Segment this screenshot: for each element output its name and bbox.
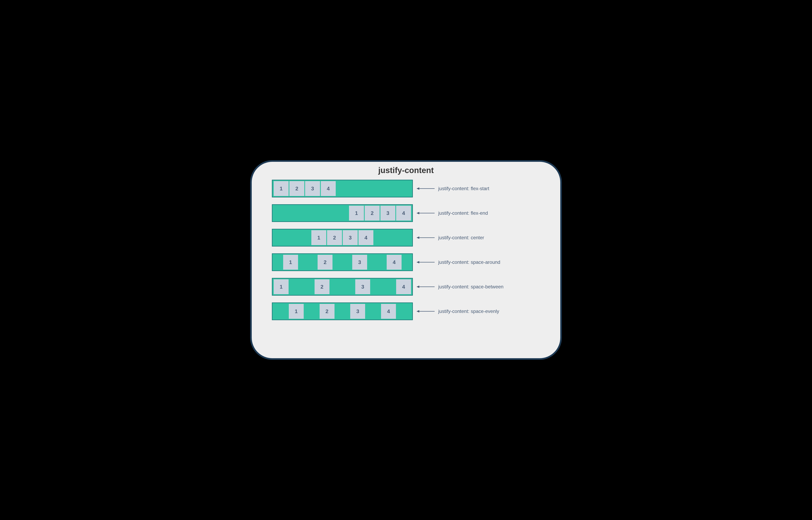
flex-item: 3 xyxy=(350,304,365,319)
flex-item: 3 xyxy=(305,181,320,196)
flex-item: 1 xyxy=(289,304,304,319)
example-row-flex-start: 1 2 3 4 justify-content: flex-start xyxy=(272,180,540,198)
flex-item: 4 xyxy=(396,279,411,294)
svg-marker-7 xyxy=(416,261,419,263)
example-row-space-around: 1 2 3 4 justify-content: space-around xyxy=(272,253,540,271)
example-row-space-between: 1 2 3 4 justify-content: space-between xyxy=(272,278,540,295)
svg-marker-11 xyxy=(416,310,419,313)
svg-marker-3 xyxy=(416,212,419,214)
flex-container-center: 1 2 3 4 xyxy=(272,229,413,246)
flex-item: 2 xyxy=(315,279,329,294)
flex-item: 4 xyxy=(321,181,336,196)
arrow-left-icon xyxy=(416,309,435,313)
flex-container-space-between: 1 2 3 4 xyxy=(272,278,413,295)
flex-item: 2 xyxy=(320,304,335,319)
flex-container-flex-end: 1 2 3 4 xyxy=(272,204,413,222)
arrow-left-icon xyxy=(416,285,435,289)
flex-container-flex-start: 1 2 3 4 xyxy=(272,180,413,198)
example-label: justify-content: flex-start xyxy=(438,186,489,191)
example-row-center: 1 2 3 4 justify-content: center xyxy=(272,229,540,246)
svg-marker-1 xyxy=(416,187,419,190)
example-label: justify-content: space-evenly xyxy=(438,309,499,314)
flex-item: 1 xyxy=(283,255,298,270)
svg-marker-5 xyxy=(416,236,419,239)
example-label: justify-content: center xyxy=(438,235,484,240)
diagram-panel: justify-content 1 2 3 4 justify-content:… xyxy=(252,162,560,358)
flex-item: 4 xyxy=(359,230,373,245)
arrow-left-icon xyxy=(416,186,435,190)
flex-item: 1 xyxy=(349,206,364,220)
flex-container-space-evenly: 1 2 3 4 xyxy=(272,303,413,320)
page-title: justify-content xyxy=(272,166,540,175)
flex-container-space-around: 1 2 3 4 xyxy=(272,253,413,271)
example-label: justify-content: space-around xyxy=(438,259,500,265)
flex-item: 3 xyxy=(352,255,367,270)
flex-item: 3 xyxy=(355,279,370,294)
example-label: justify-content: flex-end xyxy=(438,210,488,216)
flex-item: 2 xyxy=(365,206,379,220)
flex-item: 1 xyxy=(274,279,289,294)
example-label: justify-content: space-between xyxy=(438,284,503,290)
flex-item: 4 xyxy=(387,255,401,270)
flex-item: 2 xyxy=(318,255,333,270)
flex-item: 4 xyxy=(381,304,396,319)
flex-item: 1 xyxy=(311,230,326,245)
flex-item: 3 xyxy=(380,206,395,220)
example-row-space-evenly: 1 2 3 4 justify-content: space-evenly xyxy=(272,303,540,320)
flex-item: 1 xyxy=(274,181,289,196)
examples-list: 1 2 3 4 justify-content: flex-start 1 2 … xyxy=(272,180,540,320)
arrow-left-icon xyxy=(416,260,435,264)
flex-item: 2 xyxy=(289,181,304,196)
example-row-flex-end: 1 2 3 4 justify-content: flex-end xyxy=(272,204,540,222)
flex-item: 3 xyxy=(343,230,358,245)
flex-item: 2 xyxy=(327,230,342,245)
svg-marker-9 xyxy=(416,286,419,288)
arrow-left-icon xyxy=(416,236,435,240)
flex-item: 4 xyxy=(396,206,411,220)
diagram-frame: justify-content 1 2 3 4 justify-content:… xyxy=(250,160,562,360)
arrow-left-icon xyxy=(416,211,435,215)
